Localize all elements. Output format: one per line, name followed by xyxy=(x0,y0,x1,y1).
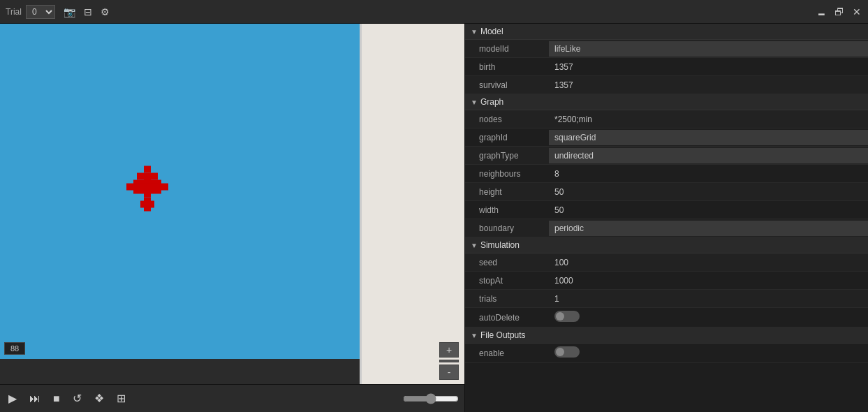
gear-icon[interactable]: ⚙ xyxy=(99,5,111,19)
prop-label-trials: trials xyxy=(465,291,549,307)
speed-slider-container xyxy=(403,393,459,404)
top-bar-icons: 📷 ⊟ ⚙ xyxy=(62,5,111,19)
close-icon[interactable]: ✕ xyxy=(851,5,862,19)
section-simulation-label: Simulation xyxy=(480,240,520,250)
prop-label-neighbours: neighbours xyxy=(465,166,549,182)
prop-nodes: nodes *2500;min xyxy=(465,110,868,128)
prop-label-height: height xyxy=(465,184,549,200)
svg-rect-2 xyxy=(126,184,133,191)
prop-value-stopAt[interactable]: 1000 xyxy=(549,273,868,288)
prop-label-modelId: modelId xyxy=(465,41,549,57)
section-graph-header[interactable]: ▼ Graph xyxy=(465,94,868,110)
table-icon[interactable]: ⊟ xyxy=(82,5,94,19)
prop-autoDelete: autoDelete xyxy=(465,308,868,328)
graph-arrow-icon: ▼ xyxy=(471,98,478,106)
svg-rect-0 xyxy=(144,166,151,173)
prop-width: width 50 xyxy=(465,201,868,219)
prop-label-graphId: graphId xyxy=(465,130,549,145)
camera-icon[interactable]: 📷 xyxy=(62,5,77,19)
section-fileoutputs-label: File Outputs xyxy=(480,330,526,340)
section-model-header[interactable]: ▼ Model xyxy=(465,24,868,40)
svg-rect-4 xyxy=(161,184,168,191)
prop-value-graphId[interactable]: squareGrid xyxy=(549,130,868,145)
trial-label: Trial xyxy=(6,7,22,17)
zoom-out-button[interactable]: - xyxy=(439,365,459,380)
prop-value-boundary[interactable]: periodic xyxy=(549,221,868,236)
reset-button[interactable]: ↺ xyxy=(70,390,84,406)
prop-value-graphType[interactable]: undirected xyxy=(549,148,868,163)
prop-value-height[interactable]: 50 xyxy=(549,184,868,200)
prop-label-seed: seed xyxy=(465,255,549,270)
section-simulation-header[interactable]: ▼ Simulation xyxy=(465,237,868,253)
prop-value-nodes[interactable]: *2500;min xyxy=(549,112,868,127)
prop-trials: trials 1 xyxy=(465,290,868,308)
prop-graphId: graphId squareGrid xyxy=(465,128,868,147)
prop-label-stopAt: stopAt xyxy=(465,273,549,288)
section-model-label: Model xyxy=(480,27,503,36)
section-graph-label: Graph xyxy=(480,97,503,107)
prop-label-birth: birth xyxy=(465,59,549,75)
top-bar: Trial 0 📷 ⊟ ⚙ 🗕 🗗 ✕ xyxy=(0,0,868,24)
prop-label-width: width xyxy=(465,203,549,218)
prop-neighbours: neighbours 8 xyxy=(465,165,868,183)
sim-canvas[interactable]: 88 xyxy=(0,24,360,359)
window-controls: 🗕 🗗 ✕ xyxy=(815,5,862,19)
prop-modelId: modelId lifeLike xyxy=(465,40,868,58)
fileoutputs-arrow-icon: ▼ xyxy=(471,332,478,339)
maximize-icon[interactable]: 🗗 xyxy=(833,5,846,19)
prop-label-survival: survival xyxy=(465,78,549,93)
step-forward-button[interactable]: ⏭ xyxy=(27,391,43,406)
bottom-bar: ▶ ⏭ ■ ↺ ❖ ⊞ xyxy=(0,384,464,412)
svg-rect-8 xyxy=(137,184,158,191)
svg-rect-10 xyxy=(140,201,154,208)
prop-value-survival[interactable]: 1357 xyxy=(549,78,868,93)
pixel-shape-svg xyxy=(123,163,179,219)
grid-button[interactable]: ❖ xyxy=(91,390,107,406)
zoom-in-button[interactable]: + xyxy=(439,342,459,358)
prop-label-autoDelete: autoDelete xyxy=(465,310,549,325)
canvas-sidebar: + - xyxy=(360,24,464,384)
trial-select[interactable]: 0 xyxy=(26,5,55,19)
prop-value-autoDelete[interactable] xyxy=(549,308,868,327)
simulation-arrow-icon: ▼ xyxy=(471,242,478,249)
auto-delete-toggle[interactable] xyxy=(554,311,580,322)
canvas-area: 88 + - xyxy=(0,24,464,384)
prop-value-seed[interactable]: 100 xyxy=(549,255,868,270)
prop-value-modelId[interactable]: lifeLike xyxy=(549,41,868,57)
prop-survival: survival 1357 xyxy=(465,76,868,94)
prop-stopAt: stopAt 1000 xyxy=(465,272,868,290)
prop-label-enable: enable xyxy=(465,346,549,361)
prop-boundary: boundary periodic xyxy=(465,219,868,237)
zoom-separator xyxy=(439,360,459,362)
prop-value-trials[interactable]: 1 xyxy=(549,291,868,307)
prop-height: height 50 xyxy=(465,183,868,201)
table-button[interactable]: ⊞ xyxy=(114,390,128,406)
enable-toggle[interactable] xyxy=(554,346,580,358)
prop-graphType: graphType undirected xyxy=(465,147,868,165)
stop-button[interactable]: ■ xyxy=(50,391,63,406)
frame-counter: 88 xyxy=(4,342,25,355)
prop-label-nodes: nodes xyxy=(465,112,549,127)
prop-birth: birth 1357 xyxy=(465,58,868,76)
divider-handle[interactable] xyxy=(360,24,362,384)
prop-value-width[interactable]: 50 xyxy=(549,203,868,218)
model-arrow-icon: ▼ xyxy=(471,28,478,36)
prop-value-enable[interactable] xyxy=(549,344,868,362)
prop-label-graphType: graphType xyxy=(465,148,549,163)
prop-enable: enable xyxy=(465,344,868,363)
prop-seed: seed 100 xyxy=(465,253,868,272)
speed-slider[interactable] xyxy=(403,393,459,404)
section-fileoutputs-header[interactable]: ▼ File Outputs xyxy=(465,328,868,344)
prop-value-neighbours[interactable]: 8 xyxy=(549,166,868,182)
right-panel: ▼ Model modelId lifeLike birth 1357 surv… xyxy=(464,24,868,412)
left-panel: 88 + - ▶ ⏭ ■ ↺ ❖ ⊞ xyxy=(0,24,464,412)
main-content: 88 + - ▶ ⏭ ■ ↺ ❖ ⊞ xyxy=(0,24,868,412)
minimize-icon[interactable]: 🗕 xyxy=(815,5,827,19)
pixel-art-shape xyxy=(123,163,179,221)
prop-value-birth[interactable]: 1357 xyxy=(549,59,868,75)
play-button[interactable]: ▶ xyxy=(6,390,20,406)
prop-label-boundary: boundary xyxy=(465,221,549,236)
